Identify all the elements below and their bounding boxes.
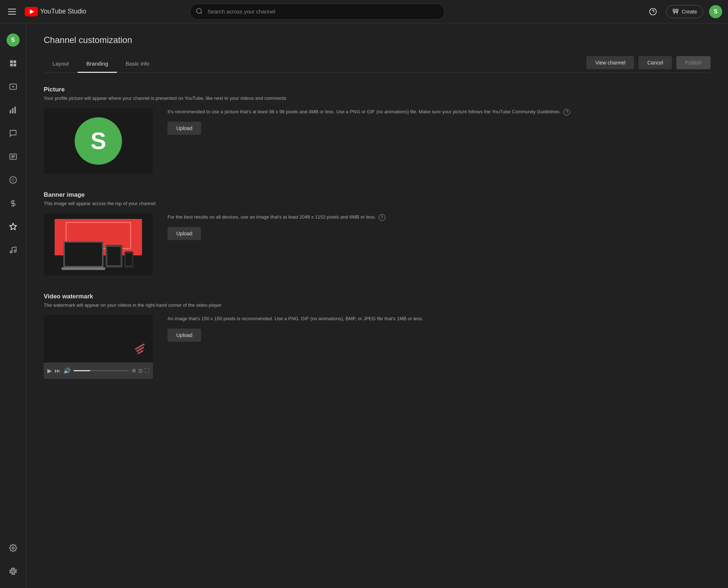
sidebar-item-feedback[interactable] [2,560,24,582]
header-actions: View channel Cancel Publish [586,56,711,72]
next-icon[interactable]: ⏭ [55,368,60,374]
picture-title: Picture [44,86,711,93]
svg-rect-14 [13,64,16,66]
sidebar-item-audio[interactable] [2,239,24,261]
play-icon[interactable]: ▶ [47,367,52,374]
picture-body: S It's recommended to use a picture that… [44,108,711,174]
banner-info: For the best results on all devices, use… [168,213,711,221]
banner-title: Banner image [44,191,711,199]
fullscreen-icon[interactable]: ⛶ [145,368,149,373]
tab-basic-info[interactable]: Basic info [117,55,158,73]
sidebar-item-dashboard[interactable] [2,52,24,74]
banner-right: For the best results on all devices, use… [168,213,711,240]
search-input[interactable] [190,4,445,20]
sidebar-item-customization[interactable] [2,216,24,238]
sidebar-item-settings[interactable] [2,537,24,559]
help-button[interactable] [646,4,660,19]
banner-preview [44,213,153,275]
create-button[interactable]: Create [666,5,703,18]
svg-marker-16 [12,86,15,88]
svg-point-28 [10,251,12,253]
tabs-header: Layout Branding Basic info View channel … [44,55,711,73]
studio-label: YouTube Studio [40,8,86,15]
watermark-section: Video watermark The watermark will appea… [44,293,711,379]
watermark-info: An image that's 150 x 150 pixels is reco… [168,315,711,323]
sidebar-top: S [2,29,24,261]
avatar-letter: S [714,8,718,15]
progress-fill [74,370,90,371]
watermark-title: Video watermark [44,293,711,300]
cancel-button[interactable]: Cancel [638,56,672,69]
sidebar-item-copyright[interactable]: © [2,169,24,191]
svg-line-3 [201,12,202,14]
sidebar-item-analytics[interactable] [2,99,24,121]
tab-layout[interactable]: Layout [44,55,78,73]
picture-preview: S [44,108,153,174]
banner-description: This image will appear across the top of… [44,201,711,206]
tab-branding[interactable]: Branding [78,55,117,73]
watermark-screen [44,315,153,362]
svg-point-29 [14,250,16,252]
user-avatar[interactable]: S [709,5,722,18]
logo: YouTube Studio [25,7,86,16]
sidebar: S [0,23,26,588]
svg-rect-17 [9,110,11,113]
svg-rect-12 [13,60,16,63]
picture-help-icon[interactable]: ? [563,109,570,115]
hamburger-menu[interactable] [6,5,19,18]
page-title: Channel customization [44,35,711,45]
profile-circle: S [75,117,122,165]
content-area: Channel customization Layout Branding Ba… [26,23,728,588]
miniplayer-icon[interactable]: ⊡ [138,368,142,373]
video-controls-right: ⚙ ⊡ ⛶ [132,368,149,373]
view-channel-button[interactable]: View channel [586,56,634,69]
svg-text:©: © [11,178,14,182]
search-icon [196,7,203,16]
sidebar-avatar: S [7,34,20,47]
watermark-icon [135,345,149,358]
picture-section: Picture Your profile picture will appear… [44,86,711,174]
picture-description: Your profile picture will appear where y… [44,95,711,101]
banner-help-icon[interactable]: ? [379,214,385,221]
youtube-logo-icon [25,7,38,16]
svg-rect-18 [12,108,13,114]
svg-point-2 [196,8,201,13]
svg-rect-7 [676,9,678,11]
sidebar-item-monetization[interactable] [2,192,24,214]
volume-icon[interactable]: 🔊 [63,367,71,374]
sidebar-item-content[interactable] [2,76,24,98]
watermark-right: An image that's 150 x 150 pixels is reco… [168,315,711,342]
picture-right: It's recommended to use a picture that's… [168,108,711,135]
tabs-left: Layout Branding Basic info [44,55,158,72]
search-bar [190,4,445,20]
banner-section: Banner image This image will appear acro… [44,191,711,275]
sidebar-item-comments[interactable] [2,122,24,144]
picture-upload-button[interactable]: Upload [168,122,201,135]
profile-letter: S [91,128,106,154]
publish-button[interactable]: Publish [676,56,711,69]
settings-icon[interactable]: ⚙ [132,368,136,373]
sidebar-avatar-item[interactable]: S [2,29,24,51]
top-nav: YouTube Studio Create S [0,0,728,23]
svg-rect-19 [14,107,16,113]
sidebar-item-subtitles[interactable] [2,146,24,168]
nav-right: Create S [646,4,722,19]
watermark-preview: ▶ ⏭ 🔊 ⚙ ⊡ ⛶ [44,315,153,379]
watermark-body: ▶ ⏭ 🔊 ⚙ ⊡ ⛶ An image that's [44,315,711,379]
svg-marker-27 [9,223,16,230]
sidebar-bottom [2,537,24,582]
svg-rect-6 [673,9,675,11]
main-layout: S [0,23,728,588]
svg-rect-13 [10,64,12,66]
watermark-upload-button[interactable]: Upload [168,329,201,342]
svg-rect-11 [10,60,12,63]
progress-bar[interactable] [74,370,129,371]
svg-point-30 [12,547,14,549]
watermark-description: The watermark will appear on your videos… [44,302,711,308]
banner-body: For the best results on all devices, use… [44,213,711,275]
watermark-controls: ▶ ⏭ 🔊 ⚙ ⊡ ⛶ [44,362,153,379]
create-label: Create [682,9,697,15]
picture-info: It's recommended to use a picture that's… [168,108,711,116]
banner-upload-button[interactable]: Upload [168,227,201,240]
